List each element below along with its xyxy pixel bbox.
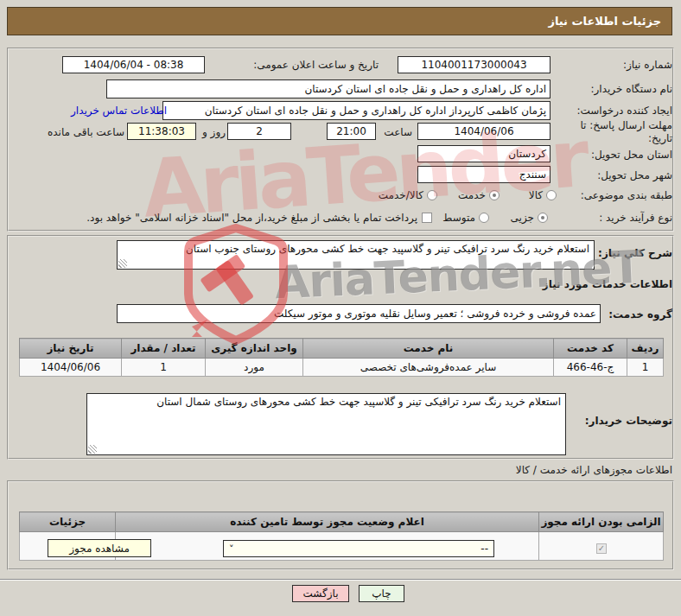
licenses-table-header-row: الزامی بودن ارائه مجوز اعلام وضعیت مجوز … [20,512,664,532]
buyer-notes-label: توضیحات خریدار: [566,415,672,428]
city-field[interactable]: سنندج [417,166,551,183]
deadline-date-field[interactable]: 1404/06/06 [417,123,551,140]
days-and-label: روز و [197,126,226,139]
print-button[interactable]: چاپ [359,585,404,602]
radio-goods[interactable] [546,190,557,200]
province-label: استان محل تحویل: [563,149,672,162]
col-quantity: تعداد / مقدار [122,339,206,359]
deadline-time-field[interactable]: 21:00 [327,123,376,140]
buyer-org-field[interactable]: اداره کل راهداری و حمل و نقل جاده ای است… [106,79,551,98]
license-status-select[interactable]: ˅ -- [223,540,494,557]
col-row-number: ردیف [627,339,664,359]
city-label: شهر محل تحویل: [563,169,672,182]
treasury-payment-checkbox[interactable] [422,213,432,223]
radio-minor[interactable] [538,213,548,223]
resize-grip-icon[interactable] [88,445,97,454]
radio-service-label: خدمت [453,189,486,202]
creator-label: ایجاد کننده درخواست: [563,105,672,117]
cell-service-name: سایر عمده‌فروشی‌های تخصصی [303,359,554,377]
col-unit: واحد اندازه گیری [206,339,303,359]
footer-divider [0,579,681,581]
licenses-section-title: اطلاعات مجوزهای ارائه خدمت / کالا [432,464,672,477]
remaining-label: ساعت باقی مانده [40,126,124,139]
buyer-notes-text: استعلام خرید رنگ سرد ترافیکی تینر و گلاس… [156,396,561,408]
service-group-label: گروه خدمت: [605,308,672,321]
radio-goods-label: کالا [515,189,543,202]
announce-label: تاریخ و ساعت اعلان عمومی: [211,59,379,72]
service-group-field[interactable]: عمده فروشی و خرده فروشی ؛ تعمیر وسایل نق… [117,304,601,323]
service-row: 1 ج-46-466 سایر عمده‌فروشی‌های تخصصی مور… [20,359,664,377]
col-license-details: جزئیات [20,512,116,532]
license-required-checkbox[interactable] [596,543,607,554]
remaining-time-field[interactable]: 11:38:03 [127,123,196,140]
need-desc-label: شرح کلي نیاز: [595,247,672,260]
buyer-org-label: نام دستگاه خریدار: [563,83,672,96]
buyer-notes-textarea[interactable]: استعلام خرید رنگ سرد ترافیکی تینر و گلاس… [86,393,566,455]
services-table-header-row: ردیف کد خدمت نام خدمت واحد اندازه گیری ت… [20,339,664,359]
back-button[interactable]: بازگشت [292,585,349,602]
need-desc-textarea[interactable]: استعلام خرید رنگ سرد ترافیکی تینر و گلاس… [117,240,595,270]
deadline-label: مهلت ارسال پاسخ: تا تاریخ: [563,119,672,145]
col-need-date: تاریخ نیاز [20,339,122,359]
license-status-value: -- [481,543,488,555]
chevron-down-icon: ˅ [229,543,234,555]
radio-service[interactable] [489,190,500,200]
view-license-button[interactable]: مشاهده مجوز [48,539,151,557]
radio-goods-service-label: کالا/خدمت [368,189,423,202]
col-license-status: اعلام وضعیت مجوز توسط تامین کننده [116,512,539,532]
radio-medium-label: متوسط [439,212,475,225]
radio-medium[interactable] [479,213,489,223]
page-title: جزئیات اطلاعات نیاز [548,15,661,28]
radio-goods-service[interactable] [427,190,437,200]
services-section-title: اطلاعات خدمات مورد نیاز [519,278,672,291]
cell-unit: مورد [206,359,303,377]
cell-service-code: ج-46-466 [554,359,627,377]
need-desc-text: استعلام خرید رنگ سرد ترافیکی تینر و گلاس… [186,243,589,255]
col-service-code: کد خدمت [554,339,627,359]
radio-minor-label: جزیی [505,212,534,225]
cell-quantity: 1 [122,359,206,377]
announce-datetime-field[interactable]: 1404/06/04 - 08:38 [62,56,205,73]
need-number-label: شماره نیاز: [563,59,672,72]
col-service-name: نام خدمت [303,339,554,359]
treasury-payment-note: پرداخت تمام یا بخشی از مبلغ خرید،از محل … [65,212,417,225]
col-license-required: الزامی بودن ارائه مجوز [539,512,664,532]
page-title-bar: جزئیات اطلاعات نیاز [7,7,672,35]
remaining-days-field[interactable]: 2 [227,123,291,140]
deadline-hour-label: ساعت [378,126,412,139]
process-type-label: نوع فرآیند خرید : [563,212,672,225]
services-table: ردیف کد خدمت نام خدمت واحد اندازه گیری ت… [19,338,664,377]
province-field[interactable]: کردستان [417,145,551,162]
cell-need-date: 1404/06/06 [20,359,122,377]
subject-class-label: طبقه بندی موضوعی: [563,189,672,202]
cell-row-number: 1 [627,359,664,377]
creator-field[interactable]: پژمان کاظمی کارپرداز اداره کل راهداری و … [162,101,551,120]
need-details-page: جزئیات اطلاعات نیاز شماره نیاز: 11040011… [0,0,681,616]
buyer-contact-link[interactable]: اطلاعات تماس خریدار [71,105,167,117]
resize-grip-icon[interactable] [118,259,127,268]
need-number-field[interactable]: 1104001173000043 [398,56,551,73]
